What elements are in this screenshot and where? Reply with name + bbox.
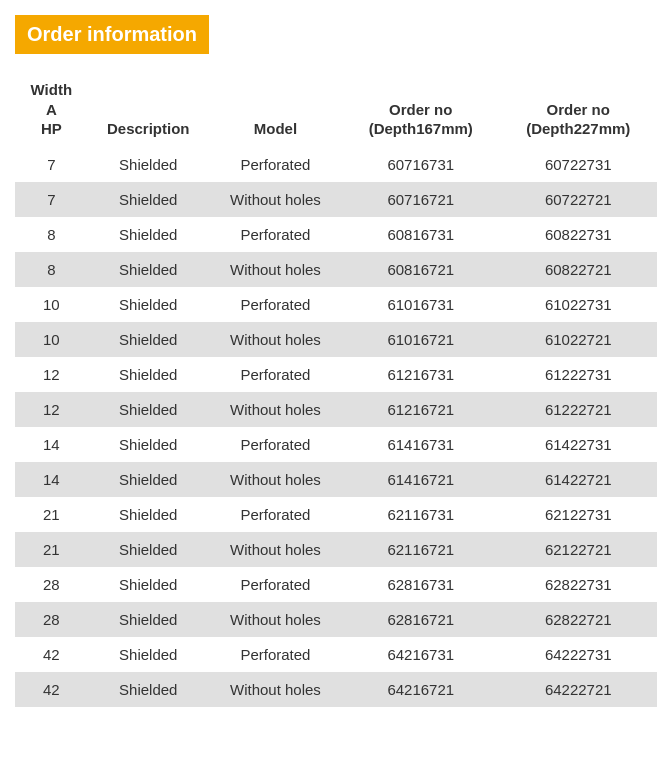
table-row: 42ShieldedPerforated6421673164222731 — [15, 637, 657, 672]
title-bar: Order information — [15, 15, 209, 54]
cell-order1: 60816721 — [342, 252, 499, 287]
cell-description: Shielded — [88, 357, 209, 392]
cell-model: Without holes — [209, 392, 342, 427]
cell-order2: 64222721 — [500, 672, 658, 707]
cell-width: 8 — [15, 217, 88, 252]
cell-order1: 62816731 — [342, 567, 499, 602]
table-row: 8ShieldedPerforated6081673160822731 — [15, 217, 657, 252]
cell-order2: 62822731 — [500, 567, 658, 602]
header-description: Description — [88, 72, 209, 147]
cell-order1: 61216721 — [342, 392, 499, 427]
cell-order1: 61416731 — [342, 427, 499, 462]
cell-description: Shielded — [88, 427, 209, 462]
order-table: WidthAHP Description Model Order no(Dept… — [15, 72, 657, 707]
cell-model: Without holes — [209, 252, 342, 287]
table-row: 12ShieldedPerforated6121673161222731 — [15, 357, 657, 392]
table-row: 28ShieldedPerforated6281673162822731 — [15, 567, 657, 602]
table-row: 10ShieldedPerforated6101673161022731 — [15, 287, 657, 322]
cell-order2: 62122731 — [500, 497, 658, 532]
cell-description: Shielded — [88, 322, 209, 357]
cell-order2: 60822721 — [500, 252, 658, 287]
table-row: 7ShieldedWithout holes6071672160722721 — [15, 182, 657, 217]
cell-width: 14 — [15, 427, 88, 462]
cell-model: Without holes — [209, 532, 342, 567]
cell-width: 14 — [15, 462, 88, 497]
cell-description: Shielded — [88, 147, 209, 182]
table-header-row: WidthAHP Description Model Order no(Dept… — [15, 72, 657, 147]
cell-width: 28 — [15, 567, 88, 602]
cell-width: 21 — [15, 532, 88, 567]
cell-description: Shielded — [88, 602, 209, 637]
cell-width: 10 — [15, 287, 88, 322]
cell-model: Perforated — [209, 217, 342, 252]
table-row: 14ShieldedPerforated6141673161422731 — [15, 427, 657, 462]
cell-description: Shielded — [88, 217, 209, 252]
cell-width: 7 — [15, 147, 88, 182]
cell-description: Shielded — [88, 182, 209, 217]
cell-width: 12 — [15, 392, 88, 427]
cell-order2: 60822731 — [500, 217, 658, 252]
cell-model: Perforated — [209, 287, 342, 322]
table-row: 8ShieldedWithout holes6081672160822721 — [15, 252, 657, 287]
table-row: 14ShieldedWithout holes6141672161422721 — [15, 462, 657, 497]
cell-model: Without holes — [209, 602, 342, 637]
cell-order2: 62122721 — [500, 532, 658, 567]
cell-order1: 60716731 — [342, 147, 499, 182]
cell-model: Without holes — [209, 672, 342, 707]
cell-order1: 62816721 — [342, 602, 499, 637]
cell-order1: 60716721 — [342, 182, 499, 217]
cell-width: 42 — [15, 672, 88, 707]
table-row: 7ShieldedPerforated6071673160722731 — [15, 147, 657, 182]
cell-order2: 61222731 — [500, 357, 658, 392]
table-row: 28ShieldedWithout holes6281672162822721 — [15, 602, 657, 637]
cell-order1: 60816731 — [342, 217, 499, 252]
cell-order1: 64216731 — [342, 637, 499, 672]
cell-order2: 64222731 — [500, 637, 658, 672]
table-row: 10ShieldedWithout holes6101672161022721 — [15, 322, 657, 357]
cell-model: Perforated — [209, 497, 342, 532]
table-row: 21ShieldedPerforated6211673162122731 — [15, 497, 657, 532]
cell-width: 21 — [15, 497, 88, 532]
table-row: 12ShieldedWithout holes6121672161222721 — [15, 392, 657, 427]
cell-order1: 61016731 — [342, 287, 499, 322]
cell-model: Perforated — [209, 427, 342, 462]
cell-width: 7 — [15, 182, 88, 217]
header-model: Model — [209, 72, 342, 147]
cell-description: Shielded — [88, 252, 209, 287]
cell-order1: 62116721 — [342, 532, 499, 567]
cell-width: 42 — [15, 637, 88, 672]
cell-order1: 61216731 — [342, 357, 499, 392]
cell-description: Shielded — [88, 672, 209, 707]
table-row: 21ShieldedWithout holes6211672162122721 — [15, 532, 657, 567]
cell-width: 8 — [15, 252, 88, 287]
cell-order1: 61016721 — [342, 322, 499, 357]
cell-model: Perforated — [209, 637, 342, 672]
cell-order2: 61422731 — [500, 427, 658, 462]
cell-description: Shielded — [88, 287, 209, 322]
table-row: 42ShieldedWithout holes6421672164222721 — [15, 672, 657, 707]
cell-model: Without holes — [209, 462, 342, 497]
cell-model: Perforated — [209, 567, 342, 602]
cell-description: Shielded — [88, 392, 209, 427]
cell-width: 28 — [15, 602, 88, 637]
cell-order1: 62116731 — [342, 497, 499, 532]
cell-description: Shielded — [88, 497, 209, 532]
cell-order2: 61022721 — [500, 322, 658, 357]
cell-description: Shielded — [88, 637, 209, 672]
header-order1: Order no(Depth167mm) — [342, 72, 499, 147]
cell-order2: 61022731 — [500, 287, 658, 322]
cell-order2: 62822721 — [500, 602, 658, 637]
cell-description: Shielded — [88, 532, 209, 567]
cell-order2: 60722731 — [500, 147, 658, 182]
cell-order1: 61416721 — [342, 462, 499, 497]
cell-order1: 64216721 — [342, 672, 499, 707]
cell-model: Without holes — [209, 182, 342, 217]
cell-description: Shielded — [88, 462, 209, 497]
page-title: Order information — [27, 23, 197, 45]
cell-order2: 61222721 — [500, 392, 658, 427]
cell-model: Without holes — [209, 322, 342, 357]
cell-order2: 61422721 — [500, 462, 658, 497]
cell-description: Shielded — [88, 567, 209, 602]
cell-width: 12 — [15, 357, 88, 392]
cell-model: Perforated — [209, 357, 342, 392]
